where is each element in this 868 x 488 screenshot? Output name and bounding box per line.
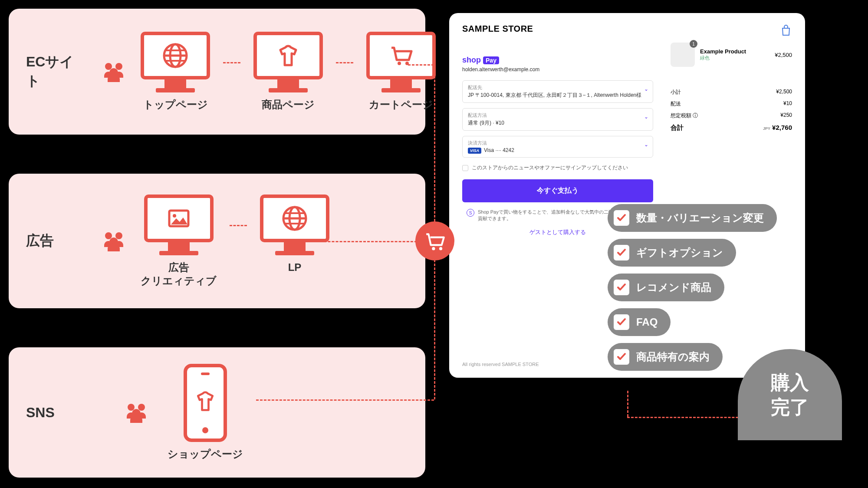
- chevron-down-icon: ⌄: [644, 86, 648, 92]
- summary-total: 合計 JPY¥2,760: [671, 124, 792, 132]
- cart-hub-icon: [415, 221, 454, 260]
- field-label: 配送先: [468, 84, 648, 91]
- payment-method-field[interactable]: 決済方法 VISAVisa ···· 4242 ⌄: [462, 136, 653, 158]
- chip-label: 商品特有の案内: [636, 350, 710, 364]
- globe-icon: [282, 205, 308, 231]
- connector: [256, 399, 434, 401]
- feature-chip-custom-info: 商品特有の案内: [608, 343, 723, 371]
- connector: [308, 241, 421, 242]
- check-icon: [614, 210, 629, 226]
- check-icon: [614, 349, 629, 365]
- summary-shipping: 配送¥10: [671, 100, 792, 108]
- signup-label: このストアからのニュースやオファーにサインアップしてください: [472, 164, 628, 171]
- connector: [627, 391, 628, 417]
- feature-chip-faq: FAQ: [608, 308, 671, 336]
- field-value: VISAVisa ···· 4242: [468, 147, 648, 154]
- device-label: 広告 クリエィティブ: [141, 260, 217, 287]
- product-variant: 緑色: [700, 55, 746, 61]
- chevron-down-icon: ⌄: [644, 114, 648, 120]
- device-cart-page: カートページ: [366, 32, 436, 111]
- chip-label: 数量・バリエーション変更: [636, 211, 764, 225]
- panel-ec-title: ECサイト: [26, 53, 87, 91]
- device-label: LP: [288, 260, 302, 274]
- device-lp: LP: [260, 195, 329, 274]
- ad-devices: 広告 クリエィティブ LP: [141, 195, 329, 287]
- shipping-method-field[interactable]: 配送方法 通常 (9月) · ¥10 ⌄: [462, 108, 653, 131]
- image-icon: [166, 205, 192, 231]
- store-title: SAMPLE STORE: [462, 24, 792, 34]
- device-label: カートページ: [369, 98, 433, 111]
- product-name: Example Product: [700, 48, 746, 55]
- panel-sns-title: SNS: [26, 405, 87, 421]
- shirt-icon: [275, 43, 301, 69]
- check-icon: [614, 314, 629, 330]
- product-price: ¥2,500: [775, 52, 792, 58]
- chip-label: ギフトオプション: [636, 246, 723, 260]
- connector: [408, 64, 434, 66]
- newsletter-signup[interactable]: このストアからのニュースやオファーにサインアップしてください: [462, 164, 653, 171]
- bag-icon[interactable]: [780, 24, 792, 36]
- field-value: 通常 (9月) · ¥10: [468, 119, 648, 127]
- chip-label: FAQ: [636, 316, 658, 328]
- device-shop-page: ショップページ: [168, 364, 243, 461]
- field-value: JP 〒100-0014, 東京都 千代田区, 永田町２丁目３−１, Alten…: [468, 92, 648, 99]
- feature-chip-gift: ギフトオプション: [608, 239, 736, 267]
- customer-email: holden.altenwerth@example.com: [462, 66, 653, 73]
- connector: [434, 64, 435, 221]
- field-label: 決済方法: [468, 140, 648, 146]
- footer-copyright: All rights reserved SAMPLE STORE: [462, 362, 539, 367]
- done-label: 購入 完了: [771, 370, 809, 419]
- globe-icon: [162, 43, 188, 69]
- summary-tax: 想定税額 ⓘ¥250: [671, 112, 792, 119]
- shop-pay-logo: shop Pay: [462, 56, 653, 65]
- device-ad-creative: 広告 クリエィティブ: [141, 195, 217, 287]
- checkbox-icon[interactable]: [462, 165, 468, 171]
- product-thumbnail: [671, 43, 695, 67]
- feature-chip-recommend: レコメンド商品: [608, 274, 724, 301]
- chip-label: レコメンド商品: [636, 280, 711, 294]
- device-product-page: 商品ページ: [253, 32, 323, 111]
- ec-devices: トップページ 商品ページ カートページ: [141, 32, 436, 111]
- users-icon: [100, 60, 128, 83]
- check-icon: [614, 280, 629, 295]
- check-icon: [614, 245, 629, 260]
- shop-pay-badge-icon: S: [467, 209, 474, 217]
- shirt-icon: [193, 389, 217, 413]
- panel-ec: ECサイト トップページ 商品ページ カートページ: [9, 9, 425, 135]
- device-top-page: トップページ: [141, 32, 210, 111]
- users-icon: [122, 401, 150, 424]
- users-icon: [100, 230, 128, 252]
- chevron-down-icon: ⌄: [644, 142, 648, 148]
- product-row: Example Product 緑色 ¥2,500: [671, 43, 792, 67]
- shipping-address-field[interactable]: 配送先 JP 〒100-0014, 東京都 千代田区, 永田町２丁目３−１, A…: [462, 80, 653, 103]
- feature-chip-quantity: 数量・バリエーション変更: [608, 204, 777, 232]
- panel-sns: SNS ショップページ: [9, 347, 425, 478]
- field-label: 配送方法: [468, 112, 648, 119]
- connector: [434, 260, 435, 399]
- device-label: 商品ページ: [262, 98, 315, 111]
- pay-now-button[interactable]: 今すぐ支払う: [462, 179, 653, 202]
- device-label: トップページ: [143, 98, 208, 111]
- sns-devices: ショップページ: [168, 364, 243, 461]
- device-label: ショップページ: [168, 447, 243, 461]
- panel-ad-title: 広告: [26, 231, 87, 251]
- summary-subtotal: 小計¥2,500: [671, 89, 792, 96]
